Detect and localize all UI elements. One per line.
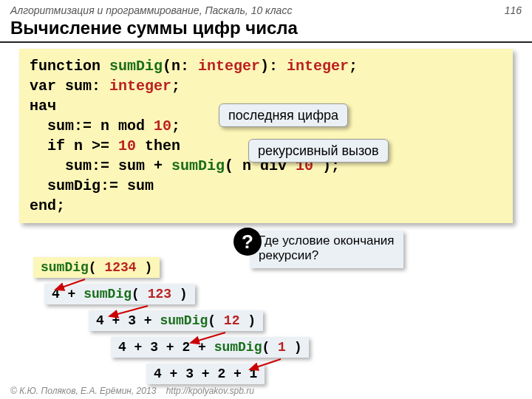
trace-step-5: 4 + 3 + 2 + 1 [146,364,265,384]
slide-footer: © К.Ю. Поляков, Е.А. Ерёмин, 2013 http:/… [10,386,254,396]
question-line1: Где условие окончания [259,233,395,248]
question-mark-icon: ? [233,228,262,256]
slide-header: Алгоритмизация и программирование, Паска… [0,0,532,18]
page-title: Вычисление суммы цифр числа [0,18,532,43]
question-line2: рекурсии? [259,248,395,263]
trace-step-1: sumDig( 1234 ) [33,257,160,278]
code-block: function sumDig(n: integer): integer; va… [19,49,513,223]
page-number: 116 [505,4,522,16]
question-box: Где условие окончания рекурсии? [250,231,403,268]
header-left: Алгоритмизация и программирование, Паска… [10,4,292,16]
copyright: © К.Ю. Поляков, Е.А. Ерёмин, 2013 [10,386,156,396]
callout-last-digit: последняя цифра [219,103,348,127]
code-line: end; [30,196,502,216]
callout-recursive: рекурсивный вызов [248,139,389,163]
code-line: sumDig:= sum [30,176,502,196]
trace-step-2: 4 + sumDig( 123 ) [44,284,195,304]
trace-step-3: 4 + 3 + sumDig( 12 ) [89,310,263,331]
code-line: var sum: integer; [30,76,502,96]
footer-url[interactable]: http://kpolyakov.spb.ru [166,386,254,396]
code-line: function sumDig(n: integer): integer; [30,56,502,76]
trace-step-4: 4 + 3 + 2 + sumDig( 1 ) [111,337,309,358]
